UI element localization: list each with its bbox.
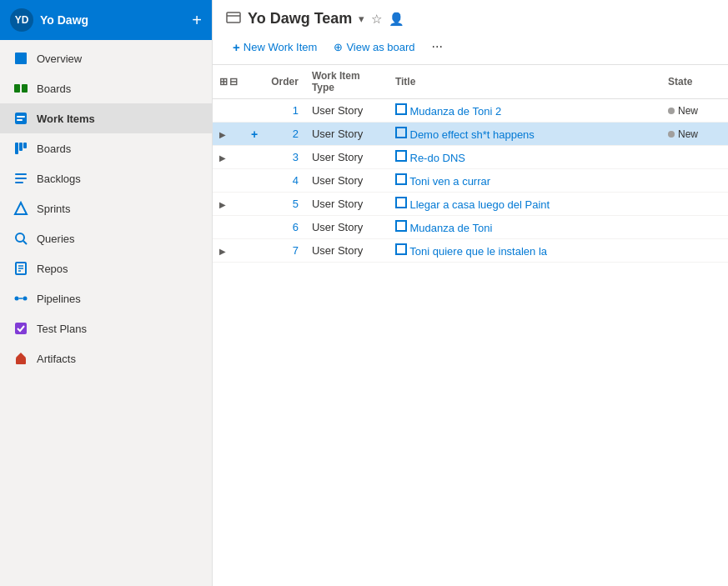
table-row: ▶7User Story Toni quiere que le instalen… — [213, 239, 728, 263]
work-item-icon — [395, 173, 407, 185]
title-cell[interactable]: Re-do DNS — [389, 146, 661, 169]
col-title: Title — [389, 65, 661, 99]
sidebar-item-work-items[interactable]: Work Items — [0, 103, 212, 133]
type-cell: User Story — [305, 99, 389, 123]
add-icon: + — [233, 40, 240, 54]
table-row: ▶+2User Story Demo effect sh*t happensNe… — [213, 123, 728, 146]
svg-rect-5 — [17, 119, 23, 121]
sidebar-item-artifacts[interactable]: Artifacts — [0, 343, 212, 373]
title-cell[interactable]: Toni ven a currar — [389, 169, 661, 193]
add-project-button[interactable]: + — [192, 12, 202, 28]
type-cell: User Story — [305, 216, 389, 239]
title-text[interactable]: Re-do DNS — [410, 152, 465, 164]
svg-rect-2 — [22, 84, 28, 93]
work-items-icon — [13, 111, 28, 126]
sidebar-item-label: Artifacts — [37, 353, 76, 365]
title-cell[interactable]: Mudanza de Toni 2 — [389, 99, 661, 123]
state-cell — [661, 169, 728, 193]
work-item-icon — [395, 220, 407, 232]
table-row: 4User Story Toni ven a currar — [213, 169, 728, 193]
page-title: Yo Dawg Team — [248, 10, 352, 28]
svg-point-13 — [16, 233, 24, 242]
sidebar-item-repos[interactable]: Repos — [0, 253, 212, 283]
sidebar-item-backlogs[interactable]: Backlogs — [0, 163, 212, 193]
title-text[interactable]: Llegar a casa luego del Paint — [410, 198, 550, 211]
sidebar-item-label: Backlogs — [37, 173, 81, 185]
sidebar-item-label: Test Plans — [37, 323, 87, 335]
title-cell[interactable]: Demo effect sh*t happens — [389, 123, 661, 146]
sidebar-item-queries[interactable]: Queries — [0, 223, 212, 253]
main-content: Yo Dawg Team ▾ ☆ 👤 + New Work Item ⊕ Vie… — [213, 0, 728, 586]
state-cell — [661, 193, 728, 216]
type-cell: User Story — [305, 146, 389, 169]
favorite-icon[interactable]: ☆ — [371, 12, 382, 27]
title-text[interactable]: Toni ven a currar — [409, 175, 490, 188]
type-cell: User Story — [305, 193, 389, 216]
work-item-icon — [395, 243, 407, 255]
svg-rect-9 — [15, 173, 27, 175]
title-text[interactable]: Toni quiere que le instalen la — [409, 245, 547, 258]
col-add — [244, 65, 264, 99]
title-text[interactable]: Demo effect sh*t happens — [410, 128, 535, 141]
svg-rect-10 — [15, 178, 27, 179]
title-text[interactable]: Mudanza de Toni — [410, 222, 493, 234]
home-icon — [13, 51, 28, 66]
state-badge: New — [668, 128, 721, 140]
sidebar-item-label: Repos — [37, 263, 68, 275]
row-add-button[interactable]: + — [251, 128, 258, 141]
sidebar-item-boards-group[interactable]: Boards — [0, 73, 212, 103]
sidebar-item-overview[interactable]: Overview — [0, 43, 212, 73]
expand-button[interactable]: ▶ — [219, 200, 226, 209]
sidebar-item-label: Sprints — [37, 203, 70, 215]
title-cell[interactable]: Mudanza de Toni — [389, 216, 661, 239]
state-dot — [668, 131, 675, 138]
main-header: Yo Dawg Team ▾ ☆ 👤 + New Work Item ⊕ Vie… — [213, 0, 728, 65]
svg-point-20 — [23, 297, 28, 301]
title-cell[interactable]: Llegar a casa luego del Paint — [389, 193, 661, 216]
sidebar-item-label: Pipelines — [37, 293, 81, 305]
order-cell: 3 — [264, 146, 305, 169]
work-item-icon — [395, 197, 407, 208]
sidebar-item-sprints[interactable]: Sprints — [0, 193, 212, 223]
table-row: 6User Story Mudanza de Toni — [213, 216, 728, 239]
svg-marker-24 — [16, 353, 26, 358]
repos-icon — [13, 261, 28, 276]
expand-button[interactable]: ▶ — [219, 153, 226, 163]
view-as-board-button[interactable]: ⊕ View as board — [327, 38, 421, 57]
svg-point-19 — [15, 297, 19, 301]
table-row: ▶3User Story Re-do DNS — [213, 146, 728, 169]
sidebar-item-label: Queries — [37, 233, 75, 245]
svg-rect-22 — [15, 323, 27, 334]
sidebar-item-boards[interactable]: Boards — [0, 133, 212, 163]
state-cell — [661, 216, 728, 239]
toolbar: + New Work Item ⊕ View as board ··· — [226, 36, 715, 58]
sprints-icon — [13, 201, 28, 216]
expand-button[interactable]: ▶ — [219, 130, 226, 139]
svg-rect-6 — [15, 143, 18, 154]
expand-button[interactable]: ▶ — [219, 247, 226, 256]
sidebar-header: YD Yo Dawg + — [0, 0, 212, 40]
pipelines-icon — [13, 291, 28, 306]
work-items-table: ⊞ ⊟ Order Work Item Type Title State 1Us… — [213, 65, 728, 263]
state-badge: New — [668, 105, 721, 117]
svg-rect-23 — [16, 358, 26, 364]
type-cell: User Story — [305, 123, 389, 146]
sidebar-item-test-plans[interactable]: Test Plans — [0, 313, 212, 343]
title-text[interactable]: Mudanza de Toni 2 — [410, 105, 502, 118]
title-cell[interactable]: Toni quiere que le instalen la — [389, 239, 661, 263]
sidebar-item-pipelines[interactable]: Pipelines — [0, 283, 212, 313]
state-cell — [661, 146, 728, 169]
boards-icon — [13, 141, 28, 156]
new-work-item-button[interactable]: + New Work Item — [226, 37, 324, 58]
team-settings-icon[interactable]: 👤 — [389, 12, 404, 27]
order-cell: 7 — [264, 239, 305, 263]
title-dropdown-icon[interactable]: ▾ — [359, 13, 364, 25]
svg-rect-4 — [17, 116, 25, 118]
order-cell: 4 — [264, 169, 305, 193]
table-row: 1User Story Mudanza de Toni 2New — [213, 99, 728, 123]
sidebar-nav: Overview Boards Work Items Boards — [0, 40, 212, 586]
more-options-button[interactable]: ··· — [425, 36, 449, 58]
work-item-icon — [395, 103, 407, 115]
team-icon — [226, 10, 241, 28]
board-group-icon — [13, 81, 28, 96]
